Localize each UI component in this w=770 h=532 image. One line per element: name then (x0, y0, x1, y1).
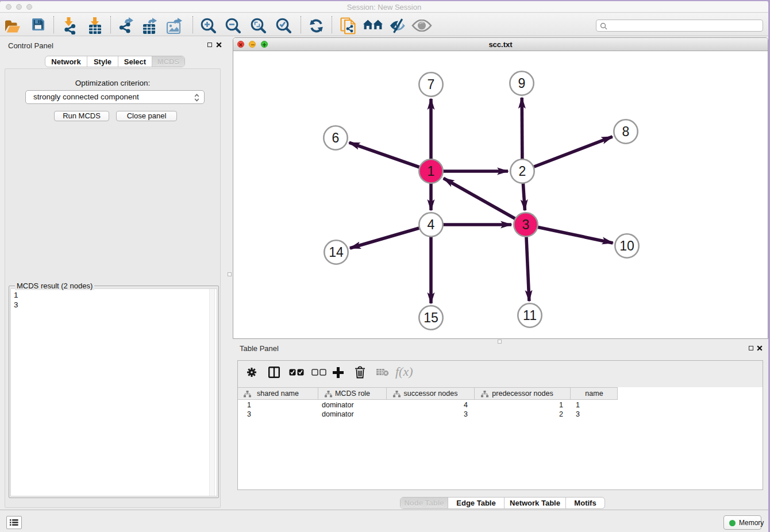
svg-text:1: 1 (428, 164, 435, 179)
svg-text:10: 10 (619, 238, 634, 253)
svg-text:9: 9 (518, 76, 526, 91)
svg-text:11: 11 (523, 308, 537, 323)
svg-text:8: 8 (622, 124, 630, 139)
svg-text:7: 7 (428, 77, 435, 92)
svg-text:2: 2 (519, 164, 526, 179)
svg-text:14: 14 (329, 245, 344, 260)
svg-text:3: 3 (522, 217, 530, 232)
svg-text:6: 6 (332, 130, 340, 145)
svg-text:15: 15 (424, 310, 438, 325)
svg-text:4: 4 (428, 217, 435, 232)
